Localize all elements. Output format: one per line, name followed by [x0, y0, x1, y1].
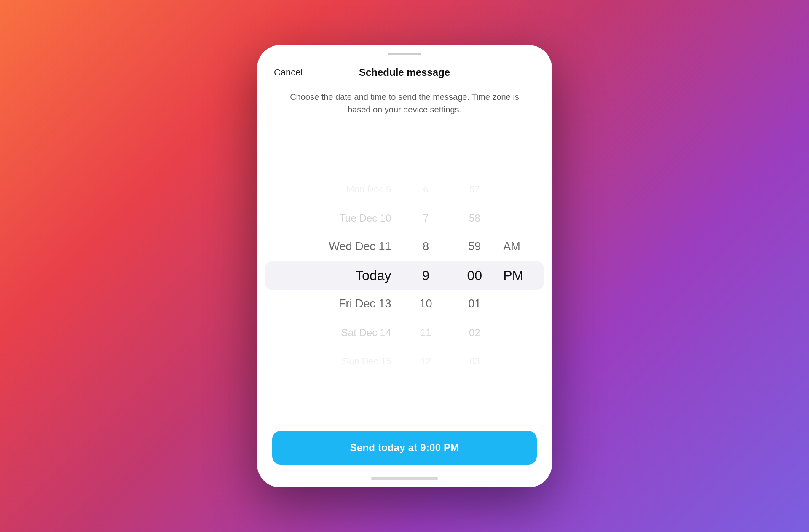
header: Cancel Schedule message: [257, 55, 552, 86]
list-item[interactable]: 12: [421, 347, 431, 376]
modal-content: Cancel Schedule message Choose the date …: [257, 55, 552, 477]
list-item[interactable]: 8: [423, 233, 429, 261]
selected-minute-item[interactable]: 00: [467, 261, 482, 290]
date-time-picker[interactable]: Mon Dec 9 Tue Dec 10 Wed Dec 11 Today Fr…: [257, 128, 552, 422]
list-item[interactable]: 57: [469, 175, 480, 204]
phone-modal: Cancel Schedule message Choose the date …: [257, 45, 552, 487]
home-indicator: [371, 477, 438, 480]
list-item[interactable]: Sun Dec 15: [343, 347, 391, 376]
list-item[interactable]: 02: [469, 318, 480, 347]
minute-column[interactable]: 57 58 59 00 01 02: [450, 128, 499, 422]
selected-hour-item[interactable]: 9: [422, 261, 430, 290]
list-item[interactable]: 58: [469, 204, 480, 233]
list-item[interactable]: 6: [423, 175, 428, 204]
list-item[interactable]: Sat Dec 14: [341, 318, 391, 347]
list-item[interactable]: Mon Dec 9: [346, 175, 391, 204]
hour-column[interactable]: 6 7 8 9 10 11: [402, 128, 450, 422]
list-item[interactable]: Tue Dec 10: [339, 204, 391, 233]
cancel-button[interactable]: Cancel: [274, 67, 303, 78]
list-item[interactable]: 01: [468, 290, 481, 318]
selected-date-item[interactable]: Today: [355, 261, 391, 290]
list-item[interactable]: Fri Dec 13: [339, 290, 391, 318]
send-button-area: Send today at 9:00 PM: [257, 422, 552, 477]
description-text: Choose the date and time to send the mes…: [257, 86, 552, 128]
list-item[interactable]: AM: [503, 233, 520, 261]
list-item[interactable]: Wed Dec 11: [329, 233, 391, 261]
picker-columns: Mon Dec 9 Tue Dec 10 Wed Dec 11 Today Fr…: [257, 128, 552, 422]
list-item[interactable]: 7: [423, 204, 429, 233]
ampm-column[interactable]: AM PM: [499, 128, 552, 422]
list-item[interactable]: 03: [469, 347, 480, 376]
date-column[interactable]: Mon Dec 9 Tue Dec 10 Wed Dec 11 Today Fr…: [257, 128, 402, 422]
page-title: Schedule message: [359, 67, 450, 78]
list-item[interactable]: 10: [419, 290, 432, 318]
list-item[interactable]: 11: [420, 318, 431, 347]
list-item[interactable]: 59: [468, 233, 481, 261]
selected-ampm-item[interactable]: PM: [503, 261, 523, 290]
send-button[interactable]: Send today at 9:00 PM: [272, 431, 537, 465]
